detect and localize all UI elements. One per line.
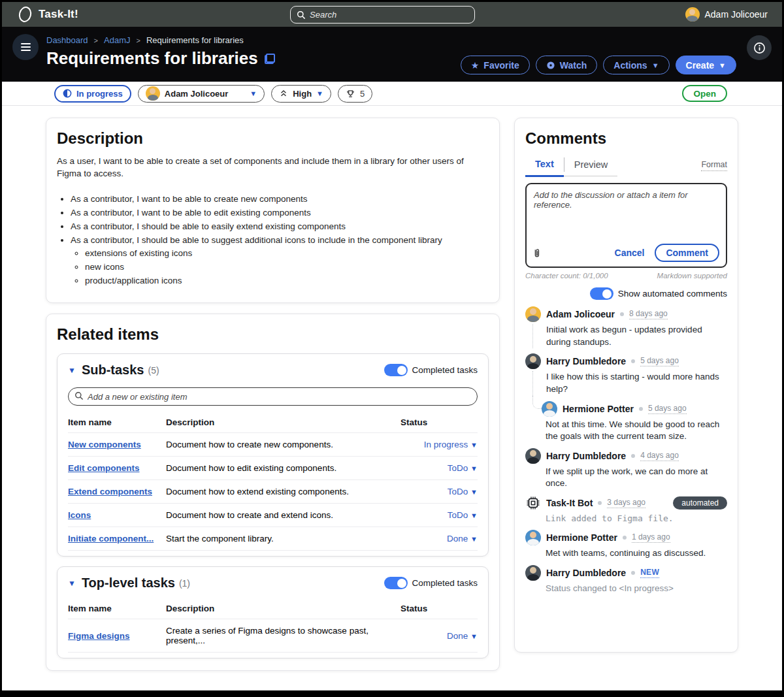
status-dropdown[interactable]: ToDo ▼ [400, 504, 478, 527]
status-dropdown[interactable]: Done ▼ [400, 527, 478, 551]
comment-body: Link added to Figma file. [532, 513, 727, 525]
column-header-desc: Description [166, 597, 400, 619]
comment-reply: Hermione Potter 5 days ago Not at this t… [525, 401, 727, 443]
user-menu[interactable]: Adam Jolicoeur [685, 7, 783, 22]
description-heading: Description [57, 129, 489, 148]
tab-preview[interactable]: Preview [564, 156, 618, 176]
in-progress-icon [63, 89, 72, 98]
status-dropdown[interactable]: Done ▼ [400, 619, 478, 653]
bullet: As a contributor, I should be able to ea… [71, 220, 489, 234]
tab-text[interactable]: Text [525, 155, 564, 177]
favorite-button[interactable]: ★ Favorite [461, 56, 530, 74]
toggle-label: Completed tasks [412, 578, 478, 588]
item-description: Create a series of Figma designs to show… [166, 619, 400, 653]
actions-button[interactable]: Actions ▼ [603, 56, 669, 74]
bullet: As a contributor, I want to be able to c… [71, 193, 489, 206]
comment-timestamp[interactable]: 5 days ago [648, 404, 687, 414]
page-title: Requirements for libraries [46, 48, 258, 69]
column-header-desc: Description [166, 411, 400, 433]
table-row: Figma designs Create a series of Figma d… [68, 619, 478, 653]
show-automated-toggle[interactable] [590, 287, 613, 300]
comment: Hermione Potter 1 days ago Met with team… [525, 530, 727, 560]
collapse-icon[interactable]: ▼ [68, 579, 76, 588]
item-link[interactable]: New components [68, 440, 141, 449]
breadcrumb-adamj[interactable]: AdamJ [104, 35, 130, 45]
related-items-heading: Related items [57, 325, 489, 344]
item-link[interactable]: Figma designs [68, 631, 130, 641]
item-link[interactable]: Edit components [68, 463, 140, 473]
breadcrumb: Dashboard > AdamJ > Requirements for lib… [46, 35, 782, 45]
comment-submit-button[interactable]: Comment [655, 244, 719, 262]
table-row: New components Document how to create ne… [68, 433, 478, 457]
completed-tasks-toggle[interactable] [384, 577, 408, 589]
chevron-right-icon: > [94, 37, 98, 44]
search-input[interactable] [310, 10, 468, 20]
avatar [685, 7, 700, 22]
status-dropdown[interactable]: ToDo ▼ [400, 480, 478, 504]
logo[interactable]: Task-It! [2, 7, 78, 22]
global-search[interactable] [290, 6, 475, 24]
add-item-input[interactable] [68, 387, 478, 406]
item-link[interactable]: Icons [68, 510, 91, 520]
comment-input[interactable] [527, 184, 726, 243]
dot-icon [639, 407, 643, 411]
bot-chip-icon [525, 495, 541, 511]
copy-icon[interactable] [265, 54, 275, 64]
item-description: Start the component library. [166, 527, 400, 551]
chevron-down-icon: ▼ [470, 464, 478, 472]
toplevel-table: Item name Description Status Figma desig… [68, 597, 478, 653]
points-pill[interactable]: 5 [338, 85, 372, 103]
toplevel-count: (1) [179, 578, 190, 589]
breadcrumb-dashboard[interactable]: Dashboard [46, 35, 88, 45]
thread-connector [532, 396, 542, 409]
priority-dropdown[interactable]: High ▼ [271, 85, 331, 103]
table-row: Icons Document how to create and extend … [68, 504, 478, 527]
comment-timestamp[interactable]: 1 days ago [632, 532, 670, 543]
related-items-card: Related items ▼ Sub-tasks (5) Completed … [46, 314, 500, 671]
avatar [525, 353, 541, 369]
dot-icon [623, 536, 627, 540]
chevron-down-icon: ▼ [470, 488, 478, 496]
item-description: Document how to edit existing components… [166, 457, 400, 480]
table-row: Initiate component... Start the componen… [68, 527, 478, 551]
avatar [525, 565, 541, 581]
watch-button[interactable]: Watch [536, 56, 597, 74]
create-button[interactable]: Create ▼ [676, 56, 736, 74]
status-dropdown[interactable]: ToDo ▼ [400, 457, 478, 480]
item-description: Document how to extend existing componen… [166, 480, 400, 504]
status-pill[interactable]: In progress [54, 85, 131, 103]
comment-timestamp[interactable]: 5 days ago [640, 356, 679, 366]
comment-timestamp[interactable]: 8 days ago [629, 309, 668, 319]
info-button[interactable] [747, 35, 772, 60]
composer-tabs: Text Preview [525, 155, 617, 176]
subtasks-section: ▼ Sub-tasks (5) Completed tasks [57, 353, 489, 557]
format-link[interactable]: Format [701, 160, 727, 171]
attachment-icon[interactable] [533, 248, 542, 258]
item-link[interactable]: Initiate component... [68, 534, 154, 543]
search-icon [297, 10, 306, 20]
cancel-button[interactable]: Cancel [615, 248, 645, 258]
hamburger-menu-button[interactable] [12, 34, 39, 60]
comment-automated: Task-It Bot 3 days ago automated Link ad… [525, 495, 727, 525]
description-intro: As a user, I want to be able to create a… [57, 155, 489, 180]
collapse-icon[interactable]: ▼ [68, 366, 76, 375]
item-link[interactable]: Extend components [68, 487, 152, 496]
item-description: Document how to create and extend icons. [166, 504, 400, 527]
comment-timestamp[interactable]: 4 days ago [640, 451, 679, 461]
assignee-dropdown[interactable]: Adam Jolicoeur ▼ [138, 85, 265, 103]
state-badge[interactable]: Open [682, 85, 727, 102]
dot-icon [631, 359, 635, 363]
table-row: Edit components Document how to edit exi… [68, 457, 478, 480]
chevrons-up-icon [279, 89, 288, 98]
comment: Harry Dumbledore 4 days ago If we split … [525, 448, 727, 490]
markdown-note: Markdown supported [657, 272, 727, 280]
avatar [525, 306, 541, 322]
status-dropdown[interactable]: In progress ▼ [400, 433, 478, 457]
watch-icon [546, 61, 555, 70]
new-badge[interactable]: NEW [640, 568, 659, 578]
info-icon [753, 42, 766, 54]
user-name: Adam Jolicoeur [705, 9, 768, 20]
content: Description As a user, I want to be able… [2, 106, 782, 671]
completed-tasks-toggle[interactable] [384, 364, 408, 376]
comment-timestamp[interactable]: 3 days ago [607, 498, 645, 508]
